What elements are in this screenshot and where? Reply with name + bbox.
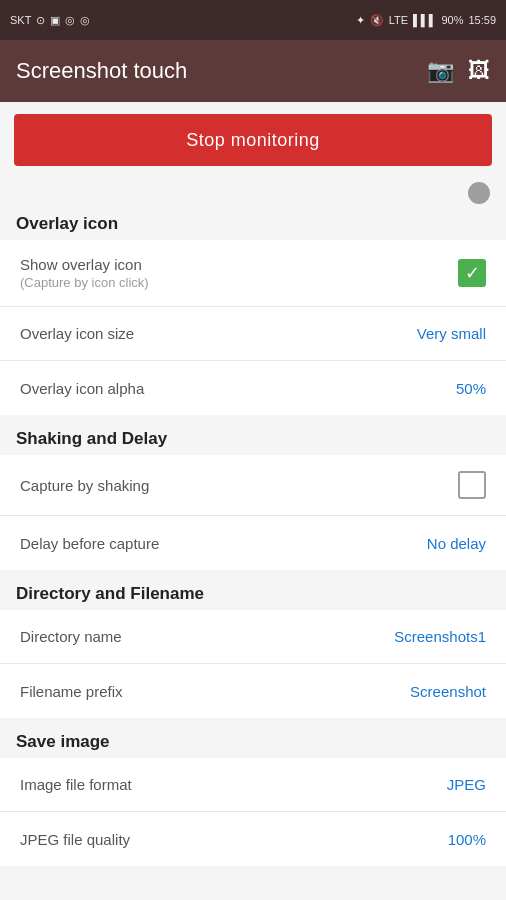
rows-block-overlay: Show overlay icon(Capture by icon click)… (0, 240, 506, 415)
label-capture-shaking: Capture by shaking (20, 477, 149, 494)
camera-status-icon: ▣ (50, 14, 60, 27)
label-show-overlay: Show overlay icon (20, 256, 149, 273)
aperture-icon1: ◎ (65, 14, 75, 27)
app-title: Screenshot touch (16, 58, 427, 84)
sections-container: Overlay iconShow overlay icon(Capture by… (0, 204, 506, 866)
checkbox-empty-capture-shaking[interactable] (458, 471, 486, 499)
stop-monitoring-button[interactable]: Stop monitoring (14, 114, 492, 166)
section-header-overlay: Overlay icon (0, 204, 506, 240)
time-label: 15:59 (468, 14, 496, 26)
label-group-overlay-alpha: Overlay icon alpha (20, 380, 144, 397)
value-dir-name: Screenshots1 (394, 628, 486, 645)
toggle-row (0, 178, 506, 204)
value-delay-capture: No delay (427, 535, 486, 552)
camera-icon[interactable]: 📷 (427, 58, 454, 84)
setting-row-delay-capture[interactable]: Delay before captureNo delay (0, 516, 506, 570)
rows-block-shaking: Capture by shakingDelay before captureNo… (0, 455, 506, 570)
label-group-filename-prefix: Filename prefix (20, 683, 123, 700)
section-save-image: Save imageImage file formatJPEGJPEG file… (0, 722, 506, 866)
setting-row-show-overlay[interactable]: Show overlay icon(Capture by icon click)… (0, 240, 506, 307)
gallery-icon[interactable]: 🖼 (468, 58, 490, 84)
value-image-format: JPEG (447, 776, 486, 793)
signal-bars-icon: ▌▌▌ (413, 14, 436, 26)
label-filename-prefix: Filename prefix (20, 683, 123, 700)
section-header-directory: Directory and Filename (0, 574, 506, 610)
section-directory: Directory and FilenameDirectory nameScre… (0, 574, 506, 718)
value-overlay-size: Very small (417, 325, 486, 342)
setting-row-image-format[interactable]: Image file formatJPEG (0, 758, 506, 812)
label-overlay-size: Overlay icon size (20, 325, 134, 342)
rows-block-directory: Directory nameScreenshots1Filename prefi… (0, 610, 506, 718)
stop-btn-wrapper: Stop monitoring (0, 102, 506, 178)
section-header-save-image: Save image (0, 722, 506, 758)
value-filename-prefix: Screenshot (410, 683, 486, 700)
toggle-circle[interactable] (468, 182, 490, 204)
section-overlay: Overlay iconShow overlay icon(Capture by… (0, 204, 506, 415)
label-group-jpeg-quality: JPEG file quality (20, 831, 130, 848)
aperture-icon2: ◎ (80, 14, 90, 27)
sublabel-show-overlay: (Capture by icon click) (20, 275, 149, 290)
status-bar: SKT ⊙ ▣ ◎ ◎ ✦ 🔇 LTE ▌▌▌ 90% 15:59 (0, 0, 506, 40)
bluetooth-icon: ✦ (356, 14, 365, 27)
wifi-icon: ⊙ (36, 14, 45, 27)
setting-row-dir-name[interactable]: Directory nameScreenshots1 (0, 610, 506, 664)
lte-label: LTE (389, 14, 408, 26)
carrier-label: SKT (10, 14, 31, 26)
label-image-format: Image file format (20, 776, 132, 793)
label-jpeg-quality: JPEG file quality (20, 831, 130, 848)
label-group-show-overlay: Show overlay icon(Capture by icon click) (20, 256, 149, 290)
section-header-shaking: Shaking and Delay (0, 419, 506, 455)
value-overlay-alpha: 50% (456, 380, 486, 397)
value-jpeg-quality: 100% (448, 831, 486, 848)
label-group-image-format: Image file format (20, 776, 132, 793)
main-content: Stop monitoring Overlay iconShow overlay… (0, 102, 506, 866)
label-group-dir-name: Directory name (20, 628, 122, 645)
status-right: ✦ 🔇 LTE ▌▌▌ 90% 15:59 (356, 14, 496, 27)
battery-label: 90% (441, 14, 463, 26)
section-shaking: Shaking and DelayCapture by shakingDelay… (0, 419, 506, 570)
setting-row-overlay-size[interactable]: Overlay icon sizeVery small (0, 307, 506, 361)
setting-row-filename-prefix[interactable]: Filename prefixScreenshot (0, 664, 506, 718)
mute-icon: 🔇 (370, 14, 384, 27)
label-group-delay-capture: Delay before capture (20, 535, 159, 552)
rows-block-save-image: Image file formatJPEGJPEG file quality10… (0, 758, 506, 866)
setting-row-capture-shaking[interactable]: Capture by shaking (0, 455, 506, 516)
label-group-overlay-size: Overlay icon size (20, 325, 134, 342)
label-group-capture-shaking: Capture by shaking (20, 477, 149, 494)
label-dir-name: Directory name (20, 628, 122, 645)
setting-row-overlay-alpha[interactable]: Overlay icon alpha50% (0, 361, 506, 415)
label-overlay-alpha: Overlay icon alpha (20, 380, 144, 397)
checkbox-checked-show-overlay[interactable]: ✓ (458, 259, 486, 287)
app-bar: Screenshot touch 📷 🖼 (0, 40, 506, 102)
status-left: SKT ⊙ ▣ ◎ ◎ (10, 14, 90, 27)
app-bar-icons: 📷 🖼 (427, 58, 490, 84)
setting-row-jpeg-quality[interactable]: JPEG file quality100% (0, 812, 506, 866)
label-delay-capture: Delay before capture (20, 535, 159, 552)
